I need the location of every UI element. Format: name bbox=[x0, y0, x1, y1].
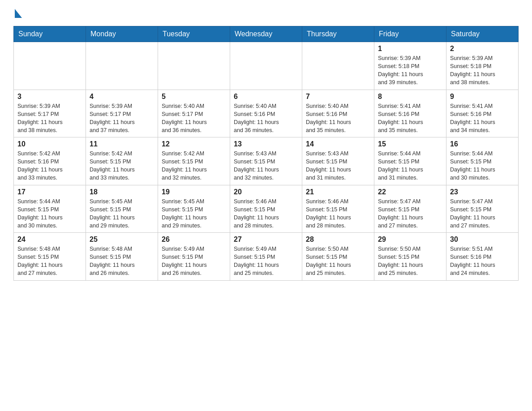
day-number: 23 bbox=[450, 188, 515, 196]
calendar-cell-w3-d6: 15Sunrise: 5:44 AMSunset: 5:15 PMDayligh… bbox=[374, 137, 446, 185]
day-info: Sunrise: 5:44 AMSunset: 5:15 PMDaylight:… bbox=[450, 150, 515, 182]
calendar-cell-w4-d2: 18Sunrise: 5:45 AMSunset: 5:15 PMDayligh… bbox=[86, 185, 158, 233]
calendar-cell-w2-d3: 5Sunrise: 5:40 AMSunset: 5:17 PMDaylight… bbox=[158, 90, 230, 137]
calendar-cell-w3-d4: 13Sunrise: 5:43 AMSunset: 5:15 PMDayligh… bbox=[230, 137, 302, 185]
day-number: 18 bbox=[90, 188, 154, 196]
calendar-cell-w4-d4: 20Sunrise: 5:46 AMSunset: 5:15 PMDayligh… bbox=[230, 185, 302, 233]
day-number: 30 bbox=[450, 235, 515, 244]
day-number: 27 bbox=[234, 235, 298, 244]
day-info: Sunrise: 5:47 AMSunset: 5:15 PMDaylight:… bbox=[450, 197, 515, 230]
day-info: Sunrise: 5:41 AMSunset: 5:16 PMDaylight:… bbox=[378, 102, 442, 135]
day-info: Sunrise: 5:42 AMSunset: 5:16 PMDaylight:… bbox=[17, 150, 82, 182]
day-number: 24 bbox=[17, 235, 82, 244]
calendar-cell-w1-d3 bbox=[158, 42, 230, 90]
day-info: Sunrise: 5:43 AMSunset: 5:15 PMDaylight:… bbox=[234, 150, 298, 182]
calendar-cell-w1-d2 bbox=[86, 42, 158, 90]
day-info: Sunrise: 5:41 AMSunset: 5:16 PMDaylight:… bbox=[450, 102, 515, 135]
logo-triangle-icon bbox=[15, 9, 22, 18]
week-row-2: 3Sunrise: 5:39 AMSunset: 5:17 PMDaylight… bbox=[14, 90, 519, 137]
day-number: 13 bbox=[234, 140, 298, 148]
calendar-cell-w1-d6: 1Sunrise: 5:39 AMSunset: 5:18 PMDaylight… bbox=[374, 42, 446, 90]
day-number: 2 bbox=[450, 45, 515, 53]
day-number: 9 bbox=[450, 93, 515, 101]
header-tuesday: Tuesday bbox=[158, 26, 230, 42]
calendar-cell-w5-d1: 24Sunrise: 5:48 AMSunset: 5:15 PMDayligh… bbox=[14, 233, 86, 281]
day-number: 11 bbox=[90, 140, 154, 148]
calendar-cell-w3-d2: 11Sunrise: 5:42 AMSunset: 5:15 PMDayligh… bbox=[86, 137, 158, 185]
header-monday: Monday bbox=[86, 26, 158, 42]
calendar-cell-w5-d7: 30Sunrise: 5:51 AMSunset: 5:16 PMDayligh… bbox=[446, 233, 519, 281]
header-friday: Friday bbox=[374, 26, 446, 42]
day-number: 15 bbox=[378, 140, 442, 148]
header-thursday: Thursday bbox=[302, 26, 374, 42]
calendar-cell-w2-d5: 7Sunrise: 5:40 AMSunset: 5:16 PMDaylight… bbox=[302, 90, 374, 137]
page-header bbox=[13, 9, 519, 17]
day-number: 4 bbox=[90, 93, 154, 101]
day-number: 22 bbox=[378, 188, 442, 196]
week-row-5: 24Sunrise: 5:48 AMSunset: 5:15 PMDayligh… bbox=[14, 233, 519, 281]
day-info: Sunrise: 5:50 AMSunset: 5:15 PMDaylight:… bbox=[306, 245, 370, 278]
day-info: Sunrise: 5:39 AMSunset: 5:17 PMDaylight:… bbox=[90, 102, 154, 135]
day-info: Sunrise: 5:46 AMSunset: 5:15 PMDaylight:… bbox=[306, 197, 370, 230]
calendar-cell-w3-d5: 14Sunrise: 5:43 AMSunset: 5:15 PMDayligh… bbox=[302, 137, 374, 185]
calendar-cell-w3-d3: 12Sunrise: 5:42 AMSunset: 5:15 PMDayligh… bbox=[158, 137, 230, 185]
day-info: Sunrise: 5:40 AMSunset: 5:17 PMDaylight:… bbox=[162, 102, 226, 135]
calendar-cell-w5-d5: 28Sunrise: 5:50 AMSunset: 5:15 PMDayligh… bbox=[302, 233, 374, 281]
day-number: 12 bbox=[162, 140, 226, 148]
day-number: 16 bbox=[450, 140, 515, 148]
week-row-1: 1Sunrise: 5:39 AMSunset: 5:18 PMDaylight… bbox=[14, 42, 519, 90]
calendar-cell-w2-d1: 3Sunrise: 5:39 AMSunset: 5:17 PMDaylight… bbox=[14, 90, 86, 137]
day-number: 17 bbox=[17, 188, 82, 196]
calendar-header-row: Sunday Monday Tuesday Wednesday Thursday… bbox=[14, 26, 519, 42]
day-info: Sunrise: 5:48 AMSunset: 5:15 PMDaylight:… bbox=[90, 245, 154, 278]
calendar-cell-w4-d6: 22Sunrise: 5:47 AMSunset: 5:15 PMDayligh… bbox=[374, 185, 446, 233]
day-info: Sunrise: 5:42 AMSunset: 5:15 PMDaylight:… bbox=[162, 150, 226, 182]
day-info: Sunrise: 5:39 AMSunset: 5:18 PMDaylight:… bbox=[450, 54, 515, 87]
day-info: Sunrise: 5:45 AMSunset: 5:15 PMDaylight:… bbox=[90, 197, 154, 230]
day-info: Sunrise: 5:46 AMSunset: 5:15 PMDaylight:… bbox=[234, 197, 298, 230]
day-number: 19 bbox=[162, 188, 226, 196]
calendar-cell-w2-d4: 6Sunrise: 5:40 AMSunset: 5:16 PMDaylight… bbox=[230, 90, 302, 137]
day-info: Sunrise: 5:39 AMSunset: 5:17 PMDaylight:… bbox=[17, 102, 82, 135]
day-info: Sunrise: 5:49 AMSunset: 5:15 PMDaylight:… bbox=[162, 245, 226, 278]
calendar-cell-w2-d6: 8Sunrise: 5:41 AMSunset: 5:16 PMDaylight… bbox=[374, 90, 446, 137]
day-number: 25 bbox=[90, 235, 154, 244]
calendar-cell-w1-d7: 2Sunrise: 5:39 AMSunset: 5:18 PMDaylight… bbox=[446, 42, 519, 90]
calendar-cell-w4-d1: 17Sunrise: 5:44 AMSunset: 5:15 PMDayligh… bbox=[14, 185, 86, 233]
day-info: Sunrise: 5:39 AMSunset: 5:18 PMDaylight:… bbox=[378, 54, 442, 87]
week-row-4: 17Sunrise: 5:44 AMSunset: 5:15 PMDayligh… bbox=[14, 185, 519, 233]
calendar-cell-w1-d1 bbox=[14, 42, 86, 90]
day-info: Sunrise: 5:50 AMSunset: 5:15 PMDaylight:… bbox=[378, 245, 442, 278]
calendar-cell-w1-d4 bbox=[230, 42, 302, 90]
calendar-cell-w4-d3: 19Sunrise: 5:45 AMSunset: 5:15 PMDayligh… bbox=[158, 185, 230, 233]
day-number: 20 bbox=[234, 188, 298, 196]
logo bbox=[13, 9, 22, 17]
header-sunday: Sunday bbox=[14, 26, 86, 42]
day-number: 8 bbox=[378, 93, 442, 101]
day-number: 5 bbox=[162, 93, 226, 101]
day-info: Sunrise: 5:47 AMSunset: 5:15 PMDaylight:… bbox=[378, 197, 442, 230]
day-info: Sunrise: 5:48 AMSunset: 5:15 PMDaylight:… bbox=[17, 245, 82, 278]
day-info: Sunrise: 5:42 AMSunset: 5:15 PMDaylight:… bbox=[90, 150, 154, 182]
calendar-cell-w5-d4: 27Sunrise: 5:49 AMSunset: 5:15 PMDayligh… bbox=[230, 233, 302, 281]
day-number: 7 bbox=[306, 93, 370, 101]
calendar-cell-w3-d1: 10Sunrise: 5:42 AMSunset: 5:16 PMDayligh… bbox=[14, 137, 86, 185]
day-number: 3 bbox=[17, 93, 82, 101]
calendar-cell-w4-d5: 21Sunrise: 5:46 AMSunset: 5:15 PMDayligh… bbox=[302, 185, 374, 233]
calendar-table: Sunday Monday Tuesday Wednesday Thursday… bbox=[13, 26, 519, 281]
day-info: Sunrise: 5:45 AMSunset: 5:15 PMDaylight:… bbox=[162, 197, 226, 230]
day-number: 14 bbox=[306, 140, 370, 148]
calendar-cell-w5-d2: 25Sunrise: 5:48 AMSunset: 5:15 PMDayligh… bbox=[86, 233, 158, 281]
week-row-3: 10Sunrise: 5:42 AMSunset: 5:16 PMDayligh… bbox=[14, 137, 519, 185]
day-number: 28 bbox=[306, 235, 370, 244]
day-number: 6 bbox=[234, 93, 298, 101]
day-info: Sunrise: 5:44 AMSunset: 5:15 PMDaylight:… bbox=[17, 197, 82, 230]
day-number: 1 bbox=[378, 45, 442, 53]
calendar-cell-w2-d7: 9Sunrise: 5:41 AMSunset: 5:16 PMDaylight… bbox=[446, 90, 519, 137]
day-info: Sunrise: 5:40 AMSunset: 5:16 PMDaylight:… bbox=[306, 102, 370, 135]
header-saturday: Saturday bbox=[446, 26, 519, 42]
day-number: 26 bbox=[162, 235, 226, 244]
calendar-cell-w2-d2: 4Sunrise: 5:39 AMSunset: 5:17 PMDaylight… bbox=[86, 90, 158, 137]
calendar-cell-w5-d6: 29Sunrise: 5:50 AMSunset: 5:15 PMDayligh… bbox=[374, 233, 446, 281]
calendar-cell-w4-d7: 23Sunrise: 5:47 AMSunset: 5:15 PMDayligh… bbox=[446, 185, 519, 233]
